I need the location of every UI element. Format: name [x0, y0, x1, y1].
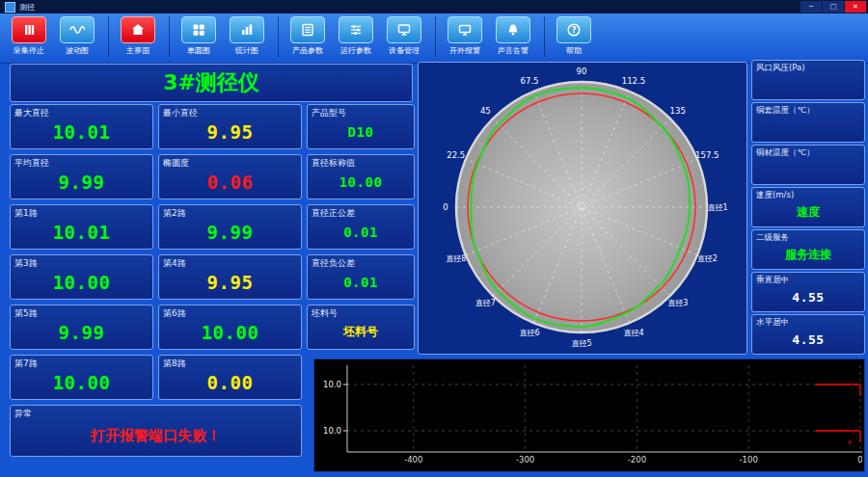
svg-text:22.5: 22.5 [447, 150, 465, 160]
metric-minus-tolerance: 直径负公差0.01 [307, 254, 415, 300]
metric-avg-diameter: 平均直径9.99 [10, 154, 153, 199]
svg-text:0: 0 [857, 455, 862, 464]
metric-ovality: 椭圆度0.06 [158, 154, 302, 199]
metric-value: 10.00 [310, 165, 412, 199]
metric-min-diameter: 最小直径9.95 [158, 104, 302, 149]
status-value: 4.55 [754, 325, 862, 354]
svg-text:112.5: 112.5 [622, 76, 645, 86]
status-sleeve-temperature: 铜套温度（℃） [751, 102, 865, 143]
status-vertical-center: 垂直居中4.55 [751, 272, 865, 312]
metric-value: 9.99 [13, 165, 150, 199]
svg-text:直径2: 直径2 [697, 254, 718, 263]
svg-text:直径7: 直径7 [475, 299, 496, 307]
status-horizontal-center: 水平居中4.55 [751, 314, 865, 355]
metric-nominal-diameter: 直径标称值10.00 [307, 154, 415, 199]
trend-panel: -400-300-200-100010.010.0× [313, 358, 865, 472]
svg-text:直径6: 直径6 [519, 329, 539, 337]
metric-value: 0.01 [310, 215, 412, 249]
status-material-temperature: 铜材温度（℃） [751, 145, 865, 185]
gauge-title: 3#测径仪 [10, 64, 413, 102]
metric-value: 10.00 [161, 315, 299, 349]
status-value: 4.55 [754, 282, 862, 311]
svg-text:直径5: 直径5 [571, 339, 591, 348]
status-value [754, 155, 862, 184]
app-window: 测径 ─ □ ✕ 采集停止波动图主界面单圆图统计图产品参数运行参数设备管理开外报… [0, 0, 868, 477]
metric-path-8: 第8路0.00 [158, 355, 302, 400]
metric-value: 0.01 [310, 265, 412, 299]
metric-path-1: 第1路10.01 [10, 204, 153, 250]
svg-text:直径4: 直径4 [623, 329, 643, 337]
metric-value: 10.00 [13, 365, 150, 399]
trend-chart: -400-300-200-100010.010.0× [314, 359, 862, 469]
metric-path-5: 第5路9.99 [10, 305, 153, 350]
metric-value: 9.95 [161, 115, 299, 148]
metric-billet-no: 坯料号坯料号 [307, 305, 415, 350]
metric-plus-tolerance: 直径正公差0.01 [307, 204, 415, 250]
svg-text:-400: -400 [404, 455, 422, 464]
main-area: 3#测径仪 022.54567.590112.5135157.5直径1直径2直径… [0, 0, 868, 477]
svg-text:0: 0 [443, 202, 448, 212]
status-secondary-service: 二级服务服务连接 [751, 229, 865, 270]
metric-path-4: 第4路9.95 [158, 254, 302, 300]
metric-value: 打开报警端口失败！ [13, 415, 299, 456]
metric-value: 0.06 [161, 165, 299, 199]
svg-text:直径8: 直径8 [446, 254, 466, 263]
metric-path-3: 第3路10.00 [10, 254, 153, 300]
metric-path-2: 第2路9.99 [158, 204, 302, 250]
status-value [754, 70, 862, 99]
status-value [754, 113, 862, 142]
status-value: 速度 [754, 198, 862, 226]
metric-value: 10.01 [13, 215, 150, 249]
metric-product-model: 产品型号D10 [307, 104, 415, 149]
svg-text:-100: -100 [740, 455, 758, 464]
svg-text:67.5: 67.5 [521, 76, 539, 86]
status-value: 服务连接 [754, 240, 862, 269]
svg-text:135: 135 [670, 106, 686, 116]
polar-chart: 022.54567.590112.5135157.5直径1直径2直径3直径4直径… [419, 63, 745, 352]
svg-text:直径1: 直径1 [707, 203, 727, 212]
metric-value: 10.01 [13, 115, 150, 148]
svg-text:45: 45 [480, 106, 491, 116]
metric-path-6: 第6路10.00 [158, 305, 302, 350]
status-speed: 速度(m/s)速度 [751, 187, 865, 227]
status-air-pressure: 风口风压(Pa) [751, 60, 865, 100]
metric-alarm: 异常打开报警端口失败！ [10, 405, 302, 457]
svg-text:直径3: 直径3 [667, 299, 688, 307]
metric-value: 9.95 [161, 265, 299, 299]
svg-text:90: 90 [577, 66, 587, 76]
svg-text:×: × [847, 438, 853, 446]
svg-text:10.0: 10.0 [323, 426, 341, 436]
metric-value: 10.00 [13, 265, 150, 299]
polar-panel: 022.54567.590112.5135157.5直径1直径2直径3直径4直径… [418, 62, 747, 355]
metric-value: 9.99 [13, 315, 150, 349]
svg-text:-300: -300 [516, 455, 534, 464]
svg-text:10.0: 10.0 [323, 380, 341, 389]
metric-max-diameter: 最大直径10.01 [10, 104, 153, 149]
svg-text:-200: -200 [628, 455, 646, 464]
metric-value: 9.99 [161, 215, 299, 249]
metric-path-7: 第7路10.00 [10, 355, 153, 400]
svg-text:157.5: 157.5 [695, 150, 719, 160]
metric-value: D10 [310, 115, 412, 148]
metric-value: 0.00 [161, 365, 299, 399]
metric-value: 坯料号 [310, 315, 412, 349]
